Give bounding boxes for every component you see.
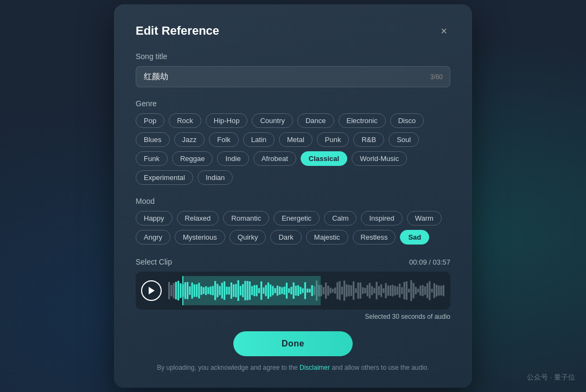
genre-tag-pop[interactable]: Pop (136, 113, 164, 128)
modal-title: Edit Reference (136, 24, 219, 38)
genre-tag-punk[interactable]: Punk (317, 132, 349, 147)
genre-tag-world-music[interactable]: World-Music (352, 151, 407, 166)
genre-tag-experimental[interactable]: Experimental (136, 170, 193, 185)
genre-label: Genre (136, 99, 450, 108)
play-button[interactable] (141, 280, 162, 301)
mood-tag-happy[interactable]: Happy (136, 211, 173, 226)
genre-tag-indie[interactable]: Indie (217, 151, 249, 166)
genre-tags: PopRockHip-HopCountryDanceElectronicDisc… (136, 113, 450, 185)
genre-tag-country[interactable]: Country (252, 113, 293, 128)
mood-tag-inspired[interactable]: Inspired (361, 211, 402, 226)
genre-tag-metal[interactable]: Metal (279, 132, 313, 147)
genre-tag-jazz[interactable]: Jazz (174, 132, 205, 147)
mood-tag-energetic[interactable]: Energetic (273, 211, 320, 226)
disclaimer-suffix: and allow others to use the audio. (332, 364, 429, 371)
mood-tag-warm[interactable]: Warm (407, 211, 442, 226)
mood-section: Mood HappyRelaxedRomanticEnergeticCalmIn… (136, 197, 450, 245)
genre-tag-reggae[interactable]: Reggae (172, 151, 213, 166)
mood-label: Mood (136, 197, 450, 205)
waveform-wrap (136, 272, 450, 310)
genre-tag-folk[interactable]: Folk (209, 132, 239, 147)
disclaimer-prefix: By uploading, you acknowledge and agree … (157, 364, 298, 371)
close-button[interactable]: × (437, 24, 450, 37)
genre-tag-rock[interactable]: Rock (169, 113, 201, 128)
disclaimer-link[interactable]: Disclaimer (300, 364, 330, 371)
genre-section: Genre PopRockHip-HopCountryDanceElectron… (136, 99, 450, 185)
song-title-input-wrap: 3/60 (136, 66, 450, 87)
genre-tag-soul[interactable]: Soul (388, 132, 419, 147)
mood-tag-sad[interactable]: Sad (400, 230, 429, 245)
song-title-section: Song title 3/60 (136, 52, 450, 87)
clip-time-display: 00:09 / 03:57 (409, 258, 450, 266)
clip-selected-note: Selected 30 seconds of audio (136, 313, 450, 320)
genre-tag-rnb[interactable]: R&B (353, 132, 384, 147)
song-title-label: Song title (136, 52, 450, 61)
mood-tag-romantic[interactable]: Romantic (223, 211, 269, 226)
svg-marker-0 (149, 287, 155, 294)
select-clip-header: Select Clip 00:09 / 03:57 (136, 258, 450, 266)
char-count: 3/60 (430, 73, 443, 81)
mood-tag-restless[interactable]: Restless (353, 230, 396, 245)
mood-tags: HappyRelaxedRomanticEnergeticCalmInspire… (136, 211, 450, 245)
done-button[interactable]: Done (233, 331, 353, 356)
genre-tag-blues[interactable]: Blues (136, 132, 170, 147)
mood-tag-relaxed[interactable]: Relaxed (177, 211, 219, 226)
genre-tag-dance[interactable]: Dance (297, 113, 334, 128)
mood-tag-angry[interactable]: Angry (136, 230, 170, 245)
select-clip-label: Select Clip (136, 258, 172, 266)
genre-tag-electronic[interactable]: Electronic (339, 113, 386, 128)
mood-tag-majestic[interactable]: Majestic (306, 230, 348, 245)
genre-tag-classical[interactable]: Classical (301, 151, 347, 166)
genre-tag-latin[interactable]: Latin (243, 132, 275, 147)
mood-tag-quirky[interactable]: Quirky (230, 230, 266, 245)
song-title-input[interactable] (136, 66, 450, 87)
genre-tag-indian[interactable]: Indian (198, 170, 233, 185)
genre-tag-funk[interactable]: Funk (136, 151, 168, 166)
watermark: 公众号 · 量子位 (527, 372, 575, 382)
mood-tag-mysterious[interactable]: Mysterious (175, 230, 225, 245)
waveform-selection (182, 276, 321, 305)
mood-tag-calm[interactable]: Calm (324, 211, 356, 226)
mood-tag-dark[interactable]: Dark (270, 230, 301, 245)
modal-header: Edit Reference × (136, 24, 450, 38)
genre-tag-afrobeat[interactable]: Afrobeat (253, 151, 296, 166)
genre-tag-disco[interactable]: Disco (390, 113, 424, 128)
disclaimer-text: By uploading, you acknowledge and agree … (136, 364, 450, 371)
waveform-container[interactable] (168, 276, 445, 305)
select-clip-section: Select Clip 00:09 / 03:57 Selected 30 se… (136, 258, 450, 320)
edit-reference-modal: Edit Reference × Song title 3/60 Genre P… (114, 4, 472, 388)
genre-tag-hiphop[interactable]: Hip-Hop (206, 113, 248, 128)
